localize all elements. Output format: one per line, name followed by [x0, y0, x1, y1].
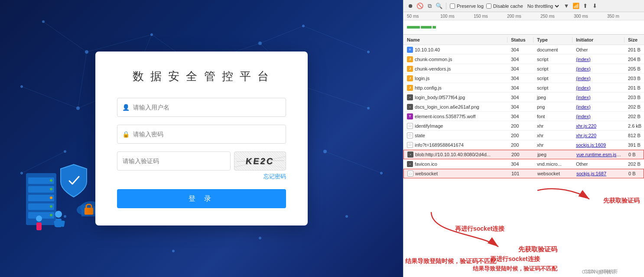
- cell-name: ≡ 10.10.10.40: [403, 47, 507, 53]
- throttle-chevron[interactable]: ▼: [563, 3, 570, 10]
- username-input[interactable]: [117, 98, 286, 117]
- cell-type: script: [533, 66, 572, 71]
- cell-initiator: Other: [572, 47, 624, 52]
- cell-size: 0 B: [625, 152, 644, 157]
- username-field: 👤: [117, 98, 286, 117]
- csdn-watermark: CSDN @阿帆哥: [582, 269, 616, 275]
- cell-size: 203 B: [624, 76, 644, 81]
- wifi-icon[interactable]: 📶: [572, 3, 579, 10]
- cell-type: script: [533, 85, 572, 90]
- svg-point-50: [55, 211, 62, 218]
- ruler-mark-1: 50 ms: [407, 14, 440, 19]
- throttle-select[interactable]: No throttling: [526, 3, 560, 9]
- svg-point-15: [85, 50, 88, 54]
- svg-point-19: [302, 25, 305, 27]
- forgot-password-link[interactable]: 忘记密码: [263, 173, 286, 180]
- table-row[interactable]: □ identifyImage 200 xhr xhr.js:220 2.6 k…: [403, 121, 644, 131]
- table-row[interactable]: □ state 200 xhr xhr.js:220 812 B: [403, 131, 644, 140]
- cell-status: 304: [507, 95, 533, 100]
- svg-line-8: [303, 87, 368, 108]
- file-type-icon: T: [407, 113, 413, 119]
- file-type-icon: J: [407, 75, 413, 81]
- table-row[interactable]: J http.config.js 304 script (index) 201 …: [403, 83, 644, 93]
- bar-2: [421, 26, 432, 29]
- preserve-log-checkbox[interactable]: [450, 3, 455, 9]
- ruler-mark-7: 350 m: [607, 14, 641, 19]
- svg-rect-55: [36, 222, 42, 230]
- col-size: Size: [624, 37, 644, 42]
- cell-initiator: (index): [572, 85, 624, 90]
- ruler-mark-6: 300 ms: [574, 14, 607, 19]
- upload-icon[interactable]: ⬆: [582, 3, 589, 10]
- table-row[interactable]: ▪ login_body.0f577f64.jpg 304 jpeg (inde…: [403, 93, 644, 102]
- cell-size: 812 B: [624, 133, 644, 138]
- table-row[interactable]: □ websocket 101 websocket sockjs.js:1687…: [403, 169, 644, 178]
- svg-line-0: [43, 22, 87, 52]
- cell-status: 304: [507, 85, 533, 90]
- col-status: Status: [507, 37, 533, 42]
- file-type-icon: ≡: [407, 47, 413, 53]
- svg-point-29: [380, 172, 383, 174]
- cell-type: vnd.micro...: [533, 161, 572, 167]
- table-row[interactable]: J chunk-common.js 304 script (index) 204…: [403, 55, 644, 64]
- table-row[interactable]: J chunk-vendors.js 304 script (index) 20…: [403, 64, 644, 74]
- svg-point-16: [150, 33, 153, 36]
- file-name: identifyImage: [415, 123, 443, 129]
- cell-name: □ websocket: [404, 171, 508, 177]
- bar-3: [433, 26, 436, 29]
- cell-type: script: [533, 57, 572, 62]
- file-name: chunk-common.js: [415, 57, 452, 62]
- table-row[interactable]: ▪ blob:http://10.10.10.40:8080/2d4d... 2…: [403, 150, 644, 159]
- svg-point-25: [367, 107, 370, 110]
- table-row[interactable]: ▪ favicon.ico 304 vnd.micro... Other 202…: [403, 159, 644, 169]
- cell-name: J chunk-vendors.js: [403, 66, 507, 72]
- timeline-area: 50 ms 100 ms 150 ms 200 ms 250 ms 300 ms…: [403, 12, 644, 35]
- password-field: 🔒: [117, 125, 286, 144]
- captcha-image[interactable]: KE2C: [234, 151, 286, 171]
- svg-point-22: [76, 106, 80, 110]
- svg-point-42: [50, 196, 52, 199]
- table-row[interactable]: J login.js 304 script (index) 203 B: [403, 74, 644, 83]
- download-icon[interactable]: ⬇: [592, 3, 598, 10]
- file-type-icon: ▪: [407, 161, 413, 167]
- cell-size: 391 B: [624, 142, 644, 148]
- search-button[interactable]: 🔍: [436, 3, 442, 10]
- disable-cache-checkbox[interactable]: [486, 3, 491, 9]
- cell-size: 202 B: [624, 114, 644, 119]
- svg-point-54: [36, 216, 42, 222]
- cell-type: script: [533, 76, 572, 81]
- cell-size: 201 B: [624, 85, 644, 90]
- cell-type: xhr: [533, 142, 572, 148]
- cell-initiator: (index): [572, 104, 624, 110]
- cell-status: 200: [507, 123, 533, 129]
- file-name: blob:http://10.10.10.40:8080/2d4d...: [415, 152, 491, 157]
- file-name: favicon.ico: [415, 161, 437, 167]
- table-row[interactable]: □ info?t=1689588641674 200 xhr sockjs.js…: [403, 140, 644, 150]
- network-table[interactable]: Name Status Type Initiator Size T ≡ 10.1…: [403, 35, 644, 277]
- svg-point-14: [42, 20, 45, 23]
- file-name: element-icons.535877f5.woff: [415, 114, 475, 119]
- cell-size: 204 B: [624, 57, 644, 62]
- file-type-icon: □: [407, 171, 413, 177]
- cell-initiator: xhr.js:220: [572, 133, 624, 138]
- record-button[interactable]: ⏺: [407, 3, 414, 10]
- disable-cache-group: Disable cache: [486, 3, 523, 9]
- file-name: chunk-vendors.js: [415, 66, 451, 71]
- file-name: websocket: [415, 171, 438, 176]
- cell-type: font: [533, 114, 572, 119]
- cell-initiator: sockjs.js:1687: [573, 171, 625, 176]
- captcha-input[interactable]: [117, 151, 231, 171]
- table-row[interactable]: T element-icons.535877f5.woff 304 font (…: [403, 112, 644, 121]
- clear-button[interactable]: 🚫: [416, 3, 423, 10]
- file-type-icon: ▪: [407, 151, 413, 158]
- forgot-password-area: 忘记密码: [117, 172, 286, 180]
- cell-size: 202 B: [624, 104, 644, 110]
- table-row[interactable]: ▪ dscs_login_icon.a6e261af.png 304 png (…: [403, 102, 644, 112]
- cell-initiator: xhr.js:220: [572, 123, 624, 129]
- password-input[interactable]: [117, 125, 286, 144]
- table-row[interactable]: ≡ 10.10.10.40 304 document Other 201 B: [403, 45, 644, 55]
- filter-button[interactable]: ⧉: [426, 3, 433, 10]
- login-title: 数 据 安 全 管 控 平 台: [117, 69, 286, 84]
- login-button[interactable]: 登 录: [117, 189, 286, 208]
- cell-size: 0 B: [625, 171, 644, 176]
